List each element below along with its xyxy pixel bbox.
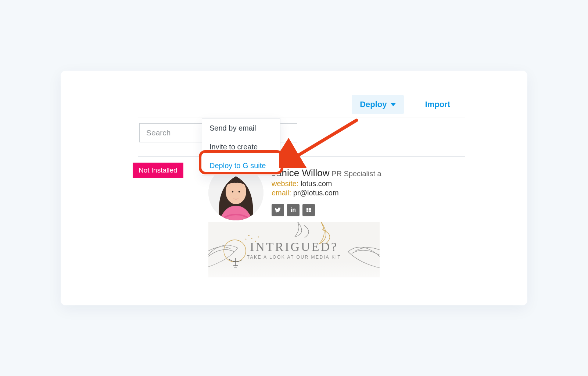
svg-rect-7 — [306, 210, 308, 212]
signature-email-value: pr@lotus.com — [293, 189, 339, 197]
banner-tagline: TAKE A LOOK AT OUR MEDIA KIT — [247, 255, 341, 260]
status-badge-not-installed: Not Installed — [133, 163, 183, 178]
divider — [138, 117, 465, 117]
twitter-icon[interactable] — [272, 204, 284, 216]
svg-point-3 — [232, 191, 233, 192]
signature-social-row: in — [272, 204, 381, 216]
deploy-button[interactable]: Deploy — [352, 95, 404, 114]
toolbar: Deploy Import — [61, 93, 527, 116]
signature-website-value: lotus.com — [301, 180, 332, 188]
svg-point-14 — [258, 236, 259, 237]
chevron-down-icon — [391, 103, 396, 106]
deploy-button-label: Deploy — [360, 100, 387, 109]
signature-banner[interactable]: INTRIGUED? TAKE A LOOK AT OUR MEDIA KIT — [208, 222, 380, 277]
svg-rect-8 — [309, 210, 311, 212]
signature-name-row: Janice Willow PR Specialist a — [272, 167, 381, 179]
banner-headline: INTRIGUED? — [250, 240, 338, 254]
divider — [138, 156, 465, 157]
signature-title: PR Specialist a — [331, 170, 381, 178]
import-button[interactable]: Import — [425, 100, 450, 109]
svg-line-0 — [290, 120, 356, 160]
linkedin-icon[interactable]: in — [287, 204, 300, 216]
svg-point-9 — [224, 240, 246, 262]
svg-point-4 — [239, 191, 240, 192]
svg-point-11 — [251, 238, 252, 239]
signature-website-key: website: — [272, 180, 298, 188]
dropdown-item-invite[interactable]: Invite to create — [202, 138, 280, 156]
svg-point-12 — [245, 239, 247, 240]
dropdown-item-send-email[interactable]: Send by email — [202, 119, 280, 138]
signature-email-key: email: — [272, 189, 291, 197]
signature-email-row: email: pr@lotus.com — [272, 189, 381, 197]
app-card: Deploy Import Send by email Invite to cr… — [61, 71, 527, 305]
svg-point-10 — [248, 235, 250, 236]
signature-website-row: website: lotus.com — [272, 180, 381, 188]
svg-rect-5 — [306, 208, 308, 210]
deploy-dropdown: Send by email Invite to create Deploy to… — [202, 118, 280, 175]
svg-rect-6 — [309, 208, 311, 210]
dropdown-item-deploy-gsuite[interactable]: Deploy to G suite — [202, 156, 280, 175]
google-icon[interactable] — [302, 204, 315, 216]
signature-text: Janice Willow PR Specialist a website: l… — [272, 165, 381, 220]
